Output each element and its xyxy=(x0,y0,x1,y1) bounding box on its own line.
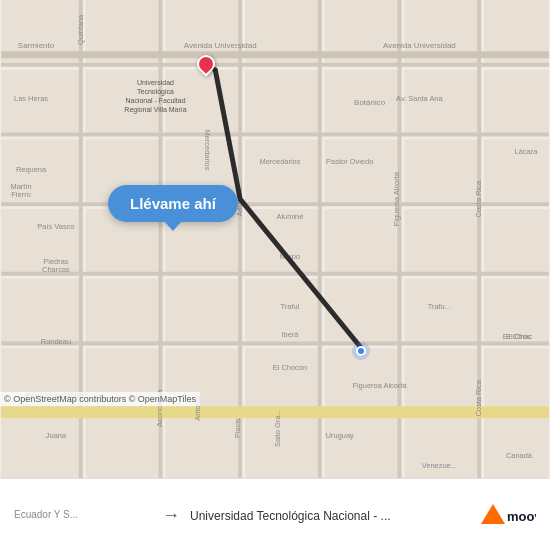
svg-text:Mercedarios: Mercedarios xyxy=(203,129,212,170)
app: Sarmiento Avenida Universidad Avenida Un… xyxy=(0,0,550,550)
svg-marker-108 xyxy=(481,504,505,524)
svg-rect-35 xyxy=(325,418,400,478)
to-value: Universidad Tecnológica Nacional - ... xyxy=(190,509,430,523)
svg-rect-27 xyxy=(245,349,320,414)
svg-rect-19 xyxy=(165,279,240,344)
svg-rect-49 xyxy=(484,418,549,478)
svg-text:Uruguay: Uruguay xyxy=(326,431,354,440)
from-section: Ecuador Y S... xyxy=(14,509,152,522)
svg-text:Charcas: Charcas xyxy=(42,265,70,274)
svg-rect-31 xyxy=(325,139,400,204)
svg-rect-41 xyxy=(404,349,479,414)
svg-rect-48 xyxy=(484,349,549,414)
svg-text:Botánico: Botánico xyxy=(354,98,386,107)
svg-rect-38 xyxy=(404,139,479,204)
svg-text:Traful: Traful xyxy=(281,302,300,311)
svg-rect-40 xyxy=(404,279,479,344)
svg-text:Nacional - Facultad: Nacional - Facultad xyxy=(125,97,185,104)
svg-text:País Vasco: País Vasco xyxy=(37,222,74,231)
svg-text:moovit: moovit xyxy=(507,509,536,524)
origin-pin xyxy=(352,342,370,360)
arrow-icon: → xyxy=(162,505,180,526)
moovit-logo: moovit xyxy=(476,499,536,533)
svg-text:Aluminé: Aluminé xyxy=(276,212,303,221)
svg-rect-44 xyxy=(484,70,549,135)
bottom-bar: Ecuador Y S... → Universidad Tecnológica… xyxy=(0,478,550,550)
svg-text:Figueroa Alcorta: Figueroa Alcorta xyxy=(352,381,407,390)
svg-text:Fierro: Fierro xyxy=(11,190,30,199)
svg-text:Las Heras: Las Heras xyxy=(14,94,48,103)
svg-rect-21 xyxy=(165,418,240,478)
svg-text:Pastor Oviedo: Pastor Oviedo xyxy=(326,157,373,166)
svg-rect-28 xyxy=(245,418,320,478)
svg-text:Figueroa Alcorta: Figueroa Alcorta xyxy=(392,171,401,226)
svg-text:Costa Rica: Costa Rica xyxy=(474,379,483,416)
navigate-button[interactable]: Llévame ahí xyxy=(108,185,238,222)
map-attribution: © OpenStreetMap contributors © OpenMapTi… xyxy=(0,392,200,406)
svg-rect-5 xyxy=(1,279,81,344)
svg-text:Rondeau: Rondeau xyxy=(41,337,71,346)
svg-text:Universidad: Universidad xyxy=(137,79,174,86)
svg-text:Canadá: Canadá xyxy=(506,451,533,460)
svg-text:Avenida Universidad: Avenida Universidad xyxy=(383,41,456,50)
svg-text:Iberá: Iberá xyxy=(281,330,299,339)
svg-text:EI Choc: EI Choc xyxy=(503,332,531,341)
map-svg: Sarmiento Avenida Universidad Avenida Un… xyxy=(0,0,550,478)
svg-text:El Chocón: El Chocón xyxy=(273,363,307,372)
map-container: Sarmiento Avenida Universidad Avenida Un… xyxy=(0,0,550,478)
svg-text:Costa Rica: Costa Rica xyxy=(474,180,483,217)
svg-rect-14 xyxy=(86,418,161,478)
svg-text:Venezue...: Venezue... xyxy=(422,461,457,470)
svg-text:Sarmiento: Sarmiento xyxy=(18,41,55,50)
svg-rect-12 xyxy=(86,279,161,344)
svg-rect-24 xyxy=(245,139,320,204)
from-label: Ecuador Y S... xyxy=(14,509,152,520)
svg-rect-33 xyxy=(325,279,400,344)
svg-text:Juana: Juana xyxy=(46,431,67,440)
to-section: Universidad Tecnológica Nacional - ... xyxy=(190,509,466,523)
svg-rect-32 xyxy=(325,209,400,274)
svg-rect-46 xyxy=(484,209,549,274)
svg-rect-23 xyxy=(245,70,320,135)
svg-text:Quintana: Quintana xyxy=(76,14,85,45)
destination-pin xyxy=(197,55,215,73)
svg-text:Tecnológica: Tecnológica xyxy=(137,88,174,96)
svg-text:Requena: Requena xyxy=(16,165,47,174)
svg-rect-39 xyxy=(404,209,479,274)
svg-text:Piscis: Piscis xyxy=(233,418,242,438)
svg-text:Lácara: Lácara xyxy=(515,147,539,156)
svg-text:Avenida Universidad: Avenida Universidad xyxy=(184,41,257,50)
svg-rect-7 xyxy=(1,418,81,478)
svg-text:Trafu...: Trafu... xyxy=(428,302,451,311)
svg-text:Av. Santa Ana: Av. Santa Ana xyxy=(396,94,443,103)
svg-text:Regional Villa María: Regional Villa María xyxy=(124,106,186,114)
svg-text:Saito Gra...: Saito Gra... xyxy=(273,409,282,447)
svg-text:Mercedarios: Mercedarios xyxy=(259,157,300,166)
